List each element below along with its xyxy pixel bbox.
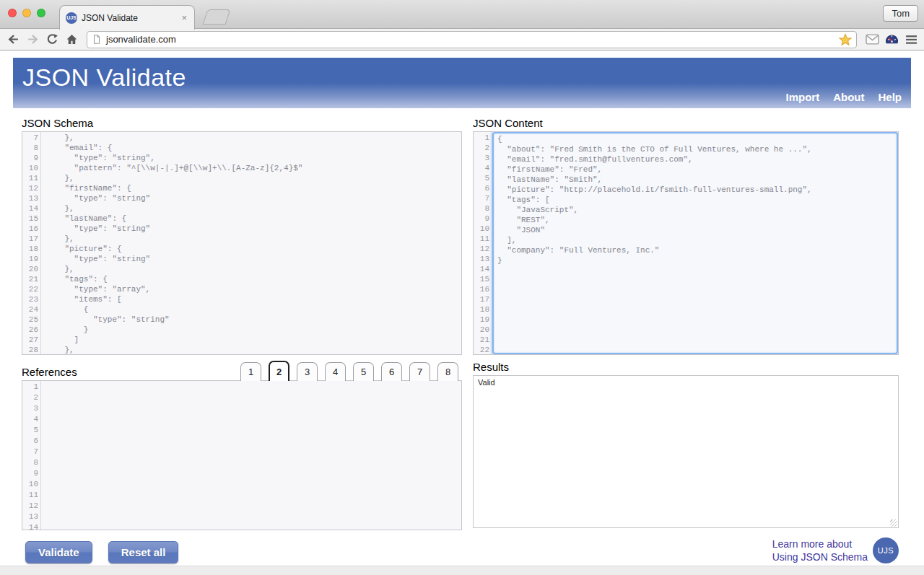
references-panel: References 12345678 1234567891011121314: [22, 355, 462, 530]
references-tab-4[interactable]: 4: [325, 362, 346, 381]
window-controls: [8, 9, 45, 17]
mail-icon[interactable]: [865, 32, 879, 47]
home-button[interactable]: [64, 32, 79, 47]
minimize-window-button[interactable]: [22, 9, 31, 17]
browser-tab-strip: UJS JSON Validate × Tom: [0, 0, 924, 29]
content-editor[interactable]: 12345678910111213141516171819202122 { "a…: [473, 131, 899, 355]
references-tab-2[interactable]: 2: [269, 361, 289, 381]
validate-button[interactable]: Validate: [25, 541, 92, 563]
close-window-button[interactable]: [8, 9, 17, 17]
site-title: JSON Validate: [13, 58, 911, 92]
site-nav: Import About Help: [785, 91, 902, 103]
resize-grip-icon[interactable]: [890, 519, 897, 527]
window-bottom-edge: [0, 566, 924, 575]
results-panel-label: Results: [473, 361, 509, 373]
schema-panel: JSON Schema 7891011121314151617181920212…: [22, 111, 462, 355]
new-tab-button[interactable]: [203, 9, 231, 25]
refresh-button[interactable]: [45, 32, 59, 47]
references-tabs: 12345678: [240, 361, 458, 381]
references-code[interactable]: [41, 381, 461, 530]
schema-line-numbers: 7891011121314151617181920212223242526272…: [22, 132, 41, 354]
ujs-badge-icon[interactable]: UJS: [873, 537, 899, 563]
content-panel: JSON Content 123456789101112131415161718…: [473, 111, 899, 355]
results-panel: Results Valid: [473, 355, 899, 530]
profile-button[interactable]: Tom: [883, 5, 918, 22]
references-tab-6[interactable]: 6: [381, 362, 402, 381]
tab-favicon-icon: UJS: [66, 12, 77, 24]
zoom-window-button[interactable]: [37, 9, 45, 17]
site-header: JSON Validate Import About Help: [13, 58, 911, 108]
address-bar[interactable]: jsonvalidate.com: [87, 31, 857, 48]
references-tab-8[interactable]: 8: [437, 362, 458, 381]
browser-tab[interactable]: UJS JSON Validate ×: [59, 5, 195, 30]
url-text[interactable]: jsonvalidate.com: [106, 34, 834, 45]
content-code[interactable]: { "about": "Fred Smith is the CTO of Ful…: [494, 133, 897, 353]
nav-help-link[interactable]: Help: [878, 91, 902, 103]
schema-code[interactable]: }, "email": { "type": "string", "pattern…: [41, 132, 461, 354]
nav-about-link[interactable]: About: [833, 91, 864, 103]
tab-close-icon[interactable]: ×: [180, 12, 188, 23]
main-content: JSON Schema 7891011121314151617181920212…: [22, 111, 899, 563]
schema-panel-label: JSON Schema: [22, 117, 462, 129]
results-value: Valid: [478, 378, 495, 387]
references-tab-1[interactable]: 1: [240, 362, 261, 381]
references-editor[interactable]: 1234567891011121314: [22, 380, 462, 530]
references-tab-5[interactable]: 5: [353, 362, 374, 381]
actions-row: Validate Reset all: [22, 541, 462, 563]
references-panel-label: References: [22, 366, 77, 378]
learn-more-link[interactable]: Learn more about Using JSON Schema: [772, 537, 868, 563]
tab-title: JSON Validate: [82, 13, 175, 23]
forward-button[interactable]: [25, 32, 40, 47]
extension-gauge-icon[interactable]: [884, 32, 899, 47]
schema-editor[interactable]: 7891011121314151617181920212223242526272…: [22, 131, 462, 355]
references-tab-3[interactable]: 3: [297, 362, 318, 381]
browser-toolbar: jsonvalidate.com: [0, 29, 924, 51]
references-tab-7[interactable]: 7: [409, 362, 430, 381]
references-line-numbers: 1234567891011121314: [22, 381, 41, 530]
content-focus-ring: { "about": "Fred Smith is the CTO of Ful…: [492, 132, 898, 354]
content-panel-label: JSON Content: [473, 117, 899, 129]
page-icon: [92, 34, 102, 45]
bookmark-star-icon[interactable]: [839, 33, 852, 46]
menu-hamburger-icon[interactable]: [904, 32, 918, 47]
results-output: Valid: [473, 375, 899, 528]
back-button[interactable]: [6, 32, 20, 47]
footer-link-block: Learn more about Using JSON Schema UJS: [473, 537, 899, 563]
nav-import-link[interactable]: Import: [785, 91, 819, 103]
content-line-numbers: 12345678910111213141516171819202122: [474, 132, 492, 354]
reset-all-button[interactable]: Reset all: [108, 541, 179, 563]
